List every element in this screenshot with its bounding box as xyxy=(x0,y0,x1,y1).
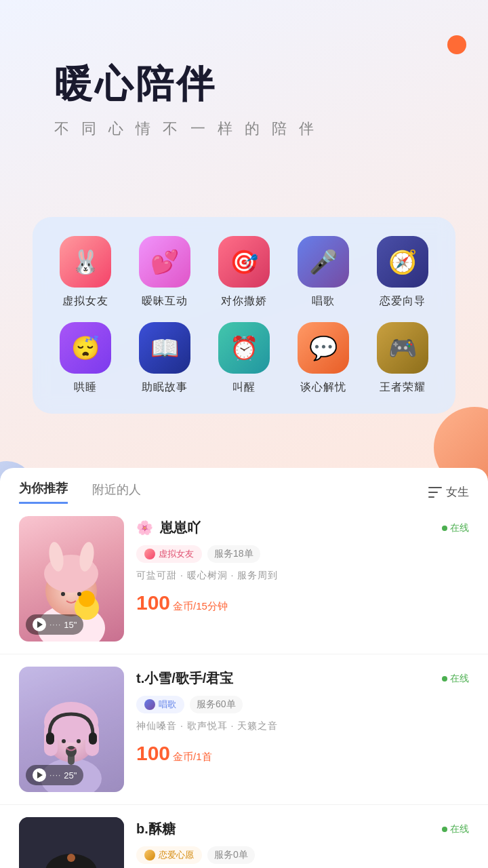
cat-label-coax-sleep: 哄睡 xyxy=(74,380,97,395)
service-count-3: 服务0单 xyxy=(207,846,255,864)
cat-icon-love-guide: 🧭 xyxy=(377,236,428,288)
audio-duration-1: 15" xyxy=(64,620,77,630)
price-row-1: 100 金币/15分钟 xyxy=(136,591,469,614)
cat-icon-spoil: 🎯 xyxy=(218,236,270,288)
audio-duration-2: 25" xyxy=(64,770,77,781)
desc-2: 神仙嗓音 · 歌声悦耳 · 天籁之音 xyxy=(136,720,469,732)
cat-label-virtual-girlfriend: 虚拟女友 xyxy=(62,294,108,309)
cat-talk-heart[interactable]: 💬 谈心解忧 xyxy=(287,322,360,395)
card-info-2: t.小雪/歌手/君宝 在线 唱歌 服务60单 神仙嗓音 · 歌声悦耳 · 天籁之… xyxy=(124,667,469,792)
play-triangle-2 xyxy=(37,772,43,778)
svg-point-8 xyxy=(77,592,81,596)
page-subtitle: 不 同 心 情 不 一 样 的 陪 伴 xyxy=(54,119,488,139)
cat-sing[interactable]: 🎤 唱歌 xyxy=(287,236,360,309)
svg-point-7 xyxy=(61,592,65,596)
cat-virtual-girlfriend[interactable]: 🐰 虚拟女友 xyxy=(49,236,122,309)
cat-spoil[interactable]: 🎯 对你撒娇 xyxy=(207,236,281,309)
cat-label-sing: 唱歌 xyxy=(312,294,335,309)
cat-icon-flirt: 💕 xyxy=(139,236,190,288)
tag-row-3: 恋爱心愿 服务0单 xyxy=(136,846,469,864)
user-card-1[interactable]: ···· 15" 🌸 崽崽吖 在线 虚拟女友 服务18单 xyxy=(0,504,488,654)
price-num-2: 100 xyxy=(136,742,170,765)
svg-point-31 xyxy=(67,854,75,862)
card-info-3: b.酥糖 在线 恋爱心愿 服务0单 等你来评价~ xyxy=(124,817,469,868)
card-image-2: ···· 25" xyxy=(19,667,124,792)
cat-love-guide[interactable]: 🧭 恋爱向导 xyxy=(366,236,439,309)
svg-rect-15 xyxy=(46,732,54,745)
cat-flirt[interactable]: 💕 暧昧互动 xyxy=(128,236,201,309)
category-card: 🐰 虚拟女友 💕 暧昧互动 🎯 对你撒娇 🎤 唱歌 🧭 恋爱向导 😴 哄睡 📖 … xyxy=(33,217,455,414)
filter-gender[interactable]: 女生 xyxy=(428,484,469,500)
tab-nearby[interactable]: 附近的人 xyxy=(92,481,141,503)
price-unit-2: 金币/1首 xyxy=(173,751,212,764)
cat-label-honor: 王者荣耀 xyxy=(380,380,426,395)
play-button-2[interactable] xyxy=(33,768,46,782)
name-row-1: 🌸 崽崽吖 在线 xyxy=(136,519,469,537)
desc-1: 可盐可甜 · 暖心树洞 · 服务周到 xyxy=(136,570,469,582)
cat-icon-wake-up: ⏰ xyxy=(218,322,270,374)
svg-point-20 xyxy=(77,739,81,743)
audio-player-1[interactable]: ···· 15" xyxy=(26,614,83,635)
cat-icon-sing: 🎤 xyxy=(298,236,349,288)
cat-coax-sleep[interactable]: 😴 哄睡 xyxy=(49,322,122,395)
price-unit-1: 金币/15分钟 xyxy=(173,600,228,613)
filter-bar: 为你推荐 附近的人 女生 xyxy=(0,468,488,504)
user-name-1: 🌸 崽崽吖 xyxy=(136,519,201,537)
notification-dot[interactable] xyxy=(447,35,466,54)
tag-icon-2 xyxy=(144,699,155,710)
online-dot-2 xyxy=(442,676,447,682)
cat-label-sleep-story: 助眠故事 xyxy=(142,380,188,395)
cat-label-spoil: 对你撒娇 xyxy=(221,294,267,309)
card-image-3 xyxy=(19,817,124,868)
tag-row-1: 虚拟女友 服务18单 xyxy=(136,545,469,563)
play-button-1[interactable] xyxy=(33,618,46,631)
service-tag-2: 唱歌 xyxy=(136,696,184,713)
cat-icon-sleep-story: 📖 xyxy=(139,322,190,374)
service-tag-3: 恋爱心愿 xyxy=(136,846,202,864)
price-num-1: 100 xyxy=(136,591,170,614)
svg-point-19 xyxy=(62,739,66,743)
play-triangle-1 xyxy=(37,621,43,628)
wave-icon-1: ···· xyxy=(49,620,61,629)
price-row-2: 100 金币/1首 xyxy=(136,742,469,765)
cat-icon-virtual-girlfriend: 🐰 xyxy=(60,236,111,288)
tab-recommended[interactable]: 为你推荐 xyxy=(19,480,68,504)
online-status-2: 在线 xyxy=(442,673,469,685)
content-area: 为你推荐 附近的人 女生 xyxy=(0,468,488,868)
wave-icon-2: ···· xyxy=(49,770,61,780)
category-row-2: 😴 哄睡 📖 助眠故事 ⏰ 叫醒 💬 谈心解忧 🎮 王者荣耀 xyxy=(49,322,439,395)
user-card-3[interactable]: b.酥糖 在线 恋爱心愿 服务0单 等你来评价~ xyxy=(0,805,488,868)
cat-label-talk-heart: 谈心解忧 xyxy=(300,380,346,395)
online-dot-3 xyxy=(442,827,447,832)
user-name-3: b.酥糖 xyxy=(136,820,176,838)
cat-label-love-guide: 恋爱向导 xyxy=(380,294,426,309)
online-status-1: 在线 xyxy=(442,522,469,534)
card-image-1: ···· 15" xyxy=(19,516,124,642)
service-count-1: 服务18单 xyxy=(207,545,260,563)
cat-label-flirt: 暧昧互动 xyxy=(142,294,188,309)
filter-icon xyxy=(428,487,442,498)
cat-icon-coax-sleep: 😴 xyxy=(60,322,111,374)
service-count-2: 服务60单 xyxy=(190,696,243,713)
cat-icon-honor: 🎮 xyxy=(377,322,428,374)
audio-player-2[interactable]: ···· 25" xyxy=(26,765,83,785)
name-row-2: t.小雪/歌手/君宝 在线 xyxy=(136,669,469,688)
name-row-3: b.酥糖 在线 xyxy=(136,820,469,838)
page-title: 暖心陪伴 xyxy=(54,61,488,106)
cat-sleep-story[interactable]: 📖 助眠故事 xyxy=(128,322,201,395)
cat-label-wake-up: 叫醒 xyxy=(232,380,256,395)
tag-icon-3 xyxy=(144,850,155,861)
cat-icon-talk-heart: 💬 xyxy=(298,322,349,374)
online-dot-1 xyxy=(442,526,447,531)
category-row-1: 🐰 虚拟女友 💕 暧昧互动 🎯 对你撒娇 🎤 唱歌 🧭 恋爱向导 xyxy=(49,236,439,309)
user-name-2: t.小雪/歌手/君宝 xyxy=(136,669,233,688)
svg-point-18 xyxy=(66,746,77,757)
tag-row-2: 唱歌 服务60单 xyxy=(136,696,469,713)
svg-rect-16 xyxy=(89,732,97,745)
tag-icon-1 xyxy=(144,549,155,559)
filter-label: 女生 xyxy=(446,484,469,500)
service-tag-1: 虚拟女友 xyxy=(136,545,202,563)
cat-wake-up[interactable]: ⏰ 叫醒 xyxy=(207,322,281,395)
user-card-2[interactable]: ···· 25" t.小雪/歌手/君宝 在线 唱歌 服务60单 神仙嗓音 · 歌… xyxy=(0,654,488,805)
cat-honor[interactable]: 🎮 王者荣耀 xyxy=(366,322,439,395)
